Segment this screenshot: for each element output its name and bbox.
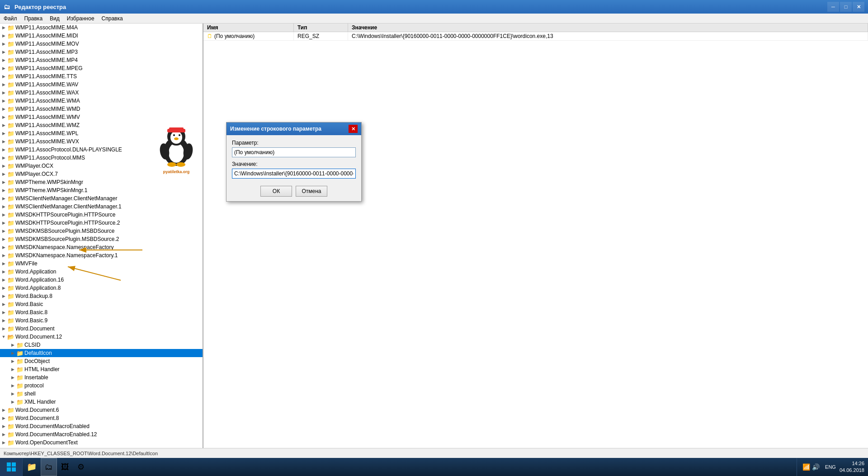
tree-expander[interactable]: ▶ (0, 72, 7, 80)
tree-expander[interactable]: ▶ (0, 259, 7, 268)
tree-expander[interactable]: ▶ (0, 325, 7, 333)
tree-item[interactable]: ▶📁Word.OpenDocumentText (0, 438, 203, 447)
maximize-button[interactable]: □ (840, 2, 852, 12)
tree-expander[interactable]: ▶ (0, 32, 7, 40)
tree-expander[interactable]: ▶ (9, 390, 16, 398)
tree-expander[interactable]: ▶ (0, 48, 7, 56)
minimize-button[interactable]: ─ (827, 2, 839, 12)
tree-item[interactable]: ▶📁WMP11.AssocMIME.TTS (0, 72, 203, 80)
tree-expander[interactable]: ▶ (0, 194, 7, 203)
tree-item[interactable]: ▶📁WMSDKHTTPSourcePlugin.HTTPSource (0, 211, 203, 219)
tree-expander[interactable]: ▶ (0, 56, 7, 64)
tree-item[interactable]: ▶📁WMP11.AssocMIME.MIDI (0, 32, 203, 40)
tree-expander[interactable]: ▶ (0, 300, 7, 308)
tree-item[interactable]: ▶📁Word.Basic.9 (0, 316, 203, 325)
menu-favorites[interactable]: Избранное (63, 14, 98, 23)
menu-view[interactable]: Вид (46, 14, 63, 23)
tree-expander[interactable]: ▶ (0, 292, 7, 300)
tree-item[interactable]: ▶📁WMP11.AssocMIME.MP3 (0, 48, 203, 56)
tree-item[interactable]: ▶📁protocol (0, 382, 203, 390)
tree-expander[interactable]: ▶ (0, 129, 7, 137)
tree-expander[interactable]: ▼ (0, 333, 7, 341)
tree-expander[interactable]: ▶ (9, 357, 16, 365)
tree-expander[interactable]: ▶ (9, 373, 16, 382)
tree-item[interactable]: ▶📁WMPTheme.WMPSkinMngr.1 (0, 186, 203, 194)
tree-expander[interactable]: ▶ (9, 398, 16, 406)
tree-item[interactable]: ▶📁WMP11.AssocMIME.M4A (0, 24, 203, 32)
tree-item[interactable]: ▶📁WMP11.AssocMIME.MOV (0, 40, 203, 48)
tree-item[interactable]: ▶📁Insertable (0, 373, 203, 382)
tree-expander[interactable]: ▶ (9, 349, 16, 357)
tree-pane[interactable]: ▶📁WMP11.AssocMIME.M4A▶📁WMP11.AssocMIME.M… (0, 24, 203, 448)
tree-item[interactable]: ▶📁DefaultIcon (0, 349, 203, 357)
tree-expander[interactable]: ▶ (0, 89, 7, 97)
param-input[interactable] (232, 147, 356, 157)
tree-expander[interactable]: ▶ (0, 251, 7, 259)
tree-expander[interactable]: ▶ (9, 365, 16, 373)
taskbar-clock[interactable]: 14:26 04.06.2018 (840, 460, 864, 474)
close-button[interactable]: ✕ (853, 2, 864, 12)
ok-button[interactable]: ОК (260, 186, 292, 197)
tree-expander[interactable]: ▶ (0, 276, 7, 284)
tree-expander[interactable]: ▶ (0, 308, 7, 316)
tree-item[interactable]: ▶📁WMP11.AssocMIME.MP4 (0, 56, 203, 64)
tree-item[interactable]: ▶📁Word.Basic.8 (0, 308, 203, 316)
values-pane[interactable]: Имя Тип Значение 🗒(По умолчанию)REG_SZC:… (203, 24, 868, 448)
tree-expander[interactable]: ▶ (0, 227, 7, 235)
tree-expander[interactable]: ▶ (0, 268, 7, 276)
taskbar-item-pictures[interactable]: 🖼 (57, 458, 73, 476)
tree-expander[interactable]: ▶ (0, 64, 7, 72)
tree-expander[interactable]: ▶ (0, 284, 7, 292)
tree-expander[interactable]: ▶ (0, 113, 7, 121)
menu-help[interactable]: Справка (98, 14, 127, 23)
tree-expander[interactable]: ▶ (0, 154, 7, 162)
tree-expander[interactable]: ▶ (0, 243, 7, 251)
tree-item[interactable]: ▶📁Word.Application (0, 268, 203, 276)
tree-expander[interactable]: ▶ (0, 178, 7, 186)
tree-item[interactable]: ▶📁WMSDKMSBSourcePlugin.MSBDSource.2 (0, 235, 203, 243)
tree-expander[interactable]: ▶ (0, 162, 7, 170)
tree-item[interactable]: ▶📁DocObject (0, 357, 203, 365)
col-header-type[interactable]: Тип (294, 24, 348, 32)
tree-item[interactable]: ▶📁WMP11.AssocMIME.WAX (0, 89, 203, 97)
tree-expander[interactable]: ▶ (9, 382, 16, 390)
tree-item[interactable]: ▶📁XML Handler (0, 398, 203, 406)
tree-expander[interactable]: ▶ (0, 316, 7, 325)
col-header-name[interactable]: Имя (203, 24, 294, 32)
tree-item[interactable]: ▶📁shell (0, 390, 203, 398)
tree-item[interactable]: ▶📁WMP11.AssocMIME.WMD (0, 105, 203, 113)
tree-item[interactable]: ▶📁WMP11.AssocMIME.WAV (0, 80, 203, 89)
tree-expander[interactable]: ▶ (0, 186, 7, 194)
tree-item[interactable]: ▶📁Word.Application.16 (0, 276, 203, 284)
tree-item[interactable]: ▶📁Word.DocumentMacroEnabled.12 (0, 430, 203, 438)
tree-expander[interactable]: ▶ (0, 438, 7, 447)
tree-item[interactable]: ▶📁WMSDKMSBSourcePlugin.MSBDSource (0, 227, 203, 235)
tree-expander[interactable]: ▶ (0, 121, 7, 129)
taskbar-item-regedit[interactable]: 🗂 (41, 458, 57, 476)
tree-item[interactable]: ▶📁WMP11.AssocMIME.WMA (0, 97, 203, 105)
cancel-button[interactable]: Отмена (296, 186, 327, 197)
tree-expander[interactable]: ▶ (0, 211, 7, 219)
tree-expander[interactable]: ▶ (0, 203, 7, 211)
tree-expander[interactable]: ▶ (0, 24, 7, 32)
tree-item[interactable]: ▶📁WMSDKNamespace.NamespaceFactory.1 (0, 251, 203, 259)
tree-item[interactable]: ▶📁Word.Document.8 (0, 414, 203, 422)
table-row[interactable]: 🗒(По умолчанию)REG_SZC:\Windows\Installe… (203, 32, 868, 41)
tree-item[interactable]: ▶📁Word.DocumentMacroEnabled (0, 422, 203, 430)
tree-item[interactable]: ▶📁Word.Basic (0, 300, 203, 308)
tree-expander[interactable]: ▶ (9, 341, 16, 349)
tree-item[interactable]: ▶📁WMP11.AssocMIME.WMV (0, 113, 203, 121)
tree-expander[interactable]: ▶ (0, 40, 7, 48)
tree-item[interactable]: ▶📁Word.Document.6 (0, 406, 203, 414)
tree-expander[interactable]: ▶ (0, 430, 7, 438)
tree-expander[interactable]: ▶ (0, 422, 7, 430)
menu-edit[interactable]: Правка (21, 14, 47, 23)
tree-item[interactable]: ▶📁WMSClientNetManager.ClientNetManager.1 (0, 203, 203, 211)
col-header-value[interactable]: Значение (348, 24, 868, 32)
tree-item[interactable]: ▶📁WMSClientNetManager.ClientNetManager (0, 194, 203, 203)
dialog-close-button[interactable]: ✕ (349, 125, 358, 133)
tree-item[interactable]: ▼📂Word.Document.12 (0, 333, 203, 341)
tree-expander[interactable]: ▶ (0, 97, 7, 105)
start-button[interactable] (0, 458, 23, 476)
tree-item[interactable]: ▶📁HTML Handler (0, 365, 203, 373)
